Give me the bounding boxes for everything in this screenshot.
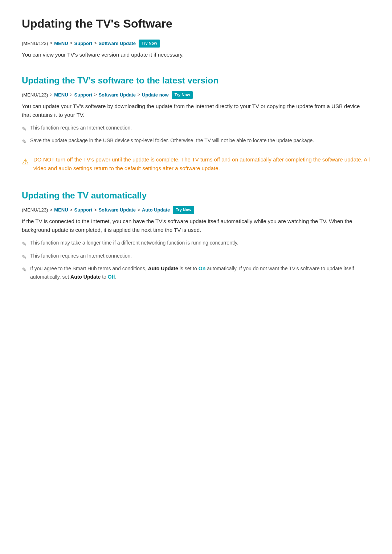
note-text-4: This function requires an Internet conne… (30, 252, 132, 260)
auto-update-term-2: Auto Update (70, 274, 101, 280)
auto-update-note-middle: is set to (180, 266, 197, 271)
s1-bc-chevron-4: > (138, 91, 140, 98)
s1-bc-update-now: Update now (142, 91, 169, 99)
s2-bc-support: Support (74, 206, 93, 214)
breadcrumb-chevron-2: > (70, 40, 73, 47)
try-now-badge-s2[interactable]: Try Now (173, 206, 194, 214)
pencil-icon-1: ✎ (22, 124, 26, 134)
list-item: ✎ This function requires an Internet con… (22, 252, 370, 262)
section1-notes: ✎ This function requires an Internet con… (22, 124, 370, 147)
s2-bc-chevron-1: > (50, 207, 52, 214)
auto-update-period: . (115, 274, 117, 280)
warning-icon: ⚠ (22, 155, 29, 168)
pencil-icon-2: ✎ (22, 137, 26, 147)
pencil-icon-4: ✎ (22, 253, 26, 262)
s1-bc-chevron-3: > (94, 91, 97, 98)
section1-breadcrumb: (MENU/123) > MENU > Support > Software U… (22, 91, 370, 99)
auto-update-off: Off (108, 274, 115, 280)
auto-update-on: On (199, 266, 205, 271)
s1-bc-support: Support (74, 91, 93, 99)
s2-bc-auto-update: Auto Update (142, 206, 170, 214)
warning-box: ⚠ DO NOT turn off the TV's power until t… (22, 154, 370, 174)
note-text-3: This function may take a longer time if … (30, 239, 238, 247)
list-item: ✎ This function may take a longer time i… (22, 239, 370, 249)
s2-bc-menu123: (MENU/123) (22, 206, 48, 214)
breadcrumb-software-update: Software Update (98, 40, 136, 48)
note-text-2: Save the update package in the USB devic… (30, 136, 314, 144)
warning-text: DO NOT turn off the TV's power until the… (33, 155, 370, 173)
breadcrumb-chevron-3: > (94, 40, 97, 47)
s1-bc-menu123: (MENU/123) (22, 91, 48, 99)
s2-bc-chevron-4: > (138, 207, 140, 214)
note-text-1: This function requires an Internet conne… (30, 124, 132, 132)
s1-bc-software-update: Software Update (98, 91, 136, 99)
s1-bc-chevron-1: > (50, 91, 52, 98)
intro-breadcrumb: (MENU/123) > MENU > Support > Software U… (22, 40, 370, 48)
pencil-icon-3: ✎ (22, 239, 26, 249)
section1-body: You can update your TV's software by dow… (22, 102, 370, 119)
section2-notes: ✎ This function may take a longer time i… (22, 239, 370, 281)
breadcrumb-support: Support (74, 40, 93, 48)
section2-breadcrumb: (MENU/123) > MENU > Support > Software U… (22, 206, 370, 214)
s1-bc-menu: MENU (54, 91, 68, 99)
section2-heading: Updating the TV automatically (22, 189, 370, 202)
s2-bc-software-update: Software Update (98, 206, 136, 214)
auto-update-term-1: Auto Update (148, 266, 178, 271)
breadcrumb-menu123: (MENU/123) (22, 40, 48, 48)
list-item: ✎ If you agree to the Smart Hub terms an… (22, 264, 370, 281)
breadcrumb-menu: MENU (54, 40, 68, 48)
auto-update-note-prefix: If you agree to the Smart Hub terms and … (30, 266, 147, 271)
s2-bc-menu: MENU (54, 206, 68, 214)
list-item: ✎ Save the update package in the USB dev… (22, 136, 370, 147)
page-title: Updating the TV's Software (22, 15, 370, 33)
s2-bc-chevron-3: > (94, 207, 97, 214)
auto-update-note: If you agree to the Smart Hub terms and … (30, 264, 370, 281)
intro-text: You can view your TV's software version … (22, 50, 370, 59)
try-now-badge-intro[interactable]: Try Now (139, 40, 160, 48)
section2-body: If the TV is connected to the Internet, … (22, 217, 370, 234)
try-now-badge-s1[interactable]: Try Now (172, 91, 193, 99)
breadcrumb-chevron-1: > (50, 40, 52, 47)
section1-heading: Updating the TV's software to the latest… (22, 74, 370, 87)
pencil-icon-5: ✎ (22, 265, 26, 275)
s2-bc-chevron-2: > (70, 207, 73, 214)
auto-update-note-suffix: to (102, 274, 106, 280)
s1-bc-chevron-2: > (70, 91, 73, 98)
list-item: ✎ This function requires an Internet con… (22, 124, 370, 134)
